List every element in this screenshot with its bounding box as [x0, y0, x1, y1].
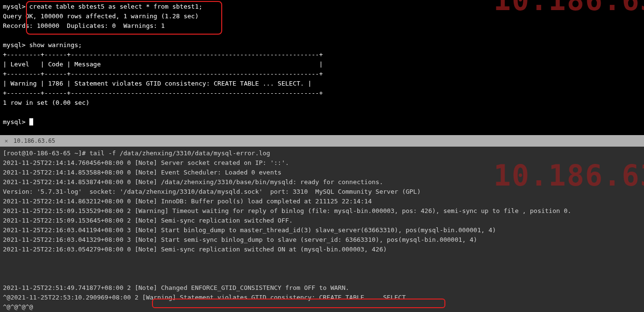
terminal-pane-log[interactable]: 10.186.63 [root@10-186-63-65 ~]# tail -f…: [0, 147, 644, 312]
terminal-pane-mysql[interactable]: 10.186.63 mysql> create table sbtest5 as…: [0, 0, 644, 135]
mysql-prompt[interactable]: mysql>: [3, 118, 29, 125]
terminal-output-log: [root@10-186-63-65 ~]# tail -f /data/zhe…: [3, 149, 641, 312]
cursor-icon: [29, 118, 33, 125]
tab-bar: ✕ 10.186.63.65: [0, 135, 644, 147]
tab-label[interactable]: 10.186.63.65: [13, 136, 55, 146]
close-icon[interactable]: ✕: [3, 136, 10, 146]
terminal-output-mysql: mysql> create table sbtest5 as select * …: [3, 2, 641, 127]
